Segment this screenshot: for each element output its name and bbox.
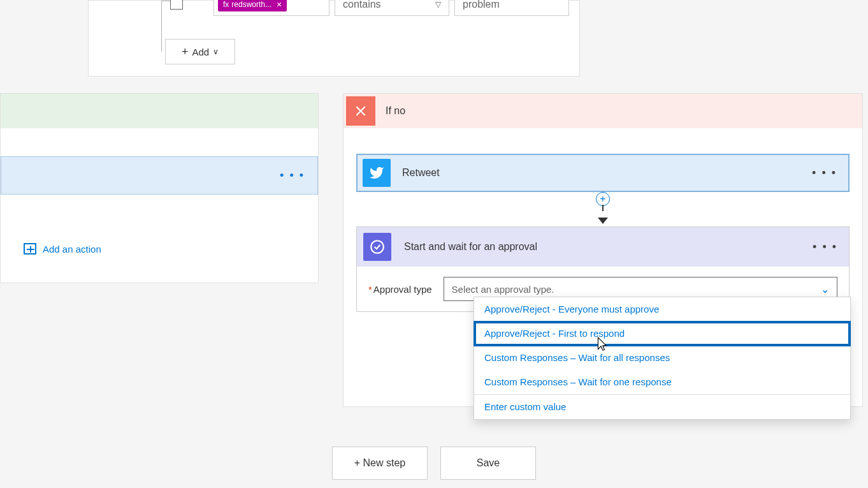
flow-connector: + (596, 192, 610, 224)
more-menu-icon[interactable]: • • • (280, 169, 305, 182)
approval-title: Start and wait for an approval (404, 241, 813, 253)
select-placeholder: Select an approval type. (452, 284, 554, 295)
approval-type-dropdown: Approve/Reject - Everyone must approve A… (474, 297, 851, 420)
svg-point-0 (371, 240, 384, 253)
tree-line-v (161, 1, 162, 52)
more-menu-icon[interactable]: • • • (813, 240, 837, 254)
footer-actions: + New step Save (0, 447, 868, 480)
retweet-action-card[interactable]: Retweet • • • (356, 154, 850, 192)
chevron-down-icon: ⌄ (821, 283, 829, 295)
if-no-title: If no (386, 105, 405, 117)
if-yes-branch: • • • Add an action (0, 93, 319, 283)
token-remove-icon[interactable]: × (277, 0, 282, 10)
dropdown-option-selected[interactable]: Approve/Reject - First to respond (474, 322, 850, 346)
operator-value: contains (343, 0, 381, 10)
dynamic-content-token[interactable]: fx redsworth... × (218, 0, 287, 11)
if-no-icon (346, 96, 375, 126)
save-button[interactable]: Save (440, 447, 536, 480)
token-label: redsworth... (231, 0, 271, 9)
if-no-branch: If no Retweet • • • + Start and wait for… (343, 93, 863, 407)
condition-left-field[interactable]: fx redsworth... × (213, 0, 329, 16)
new-step-button[interactable]: + New step (332, 447, 428, 480)
dropdown-option[interactable]: Approve/Reject - Everyone must approve (474, 297, 850, 322)
add-action-button[interactable]: Add an action (24, 243, 101, 255)
arrow-down-icon (598, 218, 608, 224)
approval-icon (363, 233, 391, 261)
add-action-icon (24, 243, 36, 255)
approval-header[interactable]: Start and wait for an approval • • • (357, 227, 849, 267)
add-action-label: Add an action (43, 244, 101, 255)
dropdown-option[interactable]: Custom Responses – Wait for one response (474, 370, 850, 394)
condition-value: problem (463, 0, 500, 10)
if-no-header[interactable]: If no (344, 94, 862, 128)
add-label: Add (192, 47, 209, 57)
dropdown-option[interactable]: Custom Responses – Wait for all response… (474, 346, 850, 370)
dropdown-option-custom[interactable]: Enter custom value (474, 394, 850, 419)
token-prefix: fx (223, 0, 229, 9)
if-yes-header[interactable] (1, 94, 318, 128)
condition-value-field[interactable]: problem (454, 0, 569, 16)
condition-card: fx redsworth... × contains ▽ problem + A… (88, 0, 580, 77)
plus-icon: + (182, 45, 189, 59)
arrow-stem (602, 205, 604, 211)
more-menu-icon[interactable]: • • • (812, 166, 837, 180)
if-yes-action-card[interactable]: • • • (1, 156, 318, 195)
chevron-down-icon: ∨ (213, 47, 219, 56)
insert-step-button[interactable]: + (596, 192, 610, 206)
chevron-down-icon: ▽ (435, 0, 441, 9)
group-checkbox[interactable] (170, 0, 183, 10)
approval-type-label: *Approval type (368, 284, 432, 295)
retweet-title: Retweet (402, 167, 812, 179)
condition-operator-select[interactable]: contains ▽ (335, 0, 449, 16)
add-condition-button[interactable]: + Add ∨ (165, 39, 235, 64)
twitter-icon (363, 159, 391, 187)
